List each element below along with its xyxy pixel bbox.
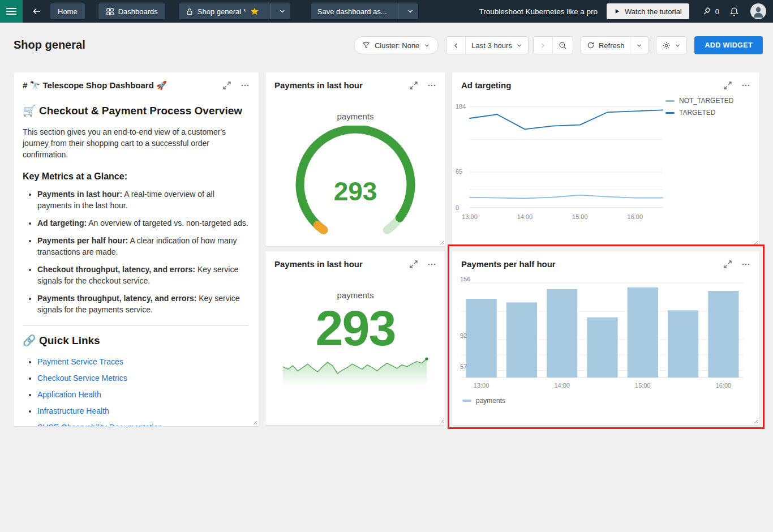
save-dashboard-group: Save dashboard as... — [311, 3, 418, 19]
favorite-star-icon[interactable] — [250, 7, 259, 16]
refresh-label: Refresh — [599, 41, 625, 50]
add-widget-button[interactable]: ADD WIDGET — [694, 36, 763, 54]
home-label: Home — [58, 7, 78, 16]
dashboard-toolbar: Cluster: None Last 3 hours Refresh — [354, 36, 763, 54]
resize-handle[interactable] — [753, 418, 758, 424]
pin-count-badge: 0 — [715, 7, 719, 16]
dashboard-switcher[interactable]: Shop general * — [179, 3, 290, 19]
legend-item[interactable]: payments — [462, 397, 505, 405]
chevron-down-icon — [279, 8, 286, 15]
payments-sparkline — [265, 354, 445, 387]
svg-text:14:00: 14:00 — [554, 382, 570, 389]
widget-title: # 🔭 Telescope Shop Dashboard 🚀 — [23, 80, 222, 91]
resize-handle[interactable] — [439, 418, 444, 424]
quick-link[interactable]: Payment Service Traces — [37, 357, 123, 366]
top-navbar: Home Dashboards Shop general * Save dash… — [0, 0, 773, 23]
promo-text: Troubleshoot Kubernetes like a pro — [479, 7, 598, 16]
expand-widget-icon[interactable] — [723, 81, 732, 90]
notifications-button[interactable] — [725, 3, 744, 19]
widget-menu-icon[interactable] — [741, 81, 750, 90]
home-button[interactable]: Home — [50, 3, 85, 19]
dashboard-name: Shop general * — [197, 7, 246, 16]
refresh-button[interactable]: Refresh — [581, 37, 630, 54]
expand-widget-icon[interactable] — [409, 81, 418, 90]
expand-widget-icon[interactable] — [409, 260, 418, 269]
quick-links-heading: 🔗 Quick Links — [23, 334, 248, 347]
payments-gauge-chart: 293 — [265, 126, 445, 240]
zoom-out-icon — [559, 41, 567, 50]
resize-handle[interactable] — [753, 239, 758, 245]
dashboards-button[interactable]: Dashboards — [98, 3, 165, 19]
refresh-group: Refresh — [581, 36, 649, 54]
dashboards-grid-icon — [106, 7, 114, 16]
legend-item[interactable]: TARGETED — [665, 109, 744, 117]
svg-text:16:00: 16:00 — [716, 382, 732, 389]
legend-item[interactable]: NOT_TARGETED — [665, 97, 744, 105]
chevron-down-icon — [424, 42, 430, 49]
markdown-heading: 🛒 Checkout & Payment Process Overview — [23, 104, 248, 117]
quick-link-item: SUSE Observability Documentation — [37, 422, 248, 426]
resize-handle[interactable] — [439, 239, 444, 245]
svg-text:293: 293 — [334, 177, 377, 206]
gear-icon — [662, 41, 671, 50]
save-dashboard-label: Save dashboard as... — [317, 7, 387, 16]
widget-menu-icon[interactable] — [427, 81, 436, 90]
quick-links-list: Payment Service TracesCheckout Service M… — [23, 356, 248, 426]
watch-tutorial-button[interactable]: Watch the tutorial — [607, 3, 689, 19]
resize-handle[interactable] — [252, 419, 257, 425]
svg-text:184: 184 — [456, 103, 466, 110]
time-back-button[interactable] — [446, 37, 465, 54]
quick-link[interactable]: Checkout Service Metrics — [37, 374, 127, 383]
svg-text:156: 156 — [460, 276, 470, 282]
divider — [23, 325, 248, 326]
chevron-down-icon — [407, 8, 414, 15]
svg-text:15:00: 15:00 — [572, 213, 588, 220]
widget-menu-icon[interactable] — [741, 260, 750, 269]
watch-tutorial-label: Watch the tutorial — [625, 7, 682, 16]
person-icon — [750, 3, 766, 19]
quick-link[interactable]: Infrastructure Health — [37, 406, 109, 415]
save-dashboard-chevron[interactable] — [402, 3, 418, 19]
widget-title: Payments in last hour — [274, 80, 409, 90]
save-dashboard-button[interactable]: Save dashboard as... — [311, 3, 394, 19]
dashboard-switcher-chevron[interactable] — [274, 3, 290, 19]
quick-link-item: Checkout Service Metrics — [37, 372, 248, 384]
chevron-down-icon — [516, 42, 522, 49]
widget-menu-icon[interactable] — [427, 260, 436, 269]
metrics-list: Payments in last hour: A real-time overv… — [23, 188, 248, 315]
expand-widget-icon[interactable] — [222, 81, 231, 90]
widget-ad-targeting: Ad targeting 06518413:0014:0015:0016:00 … — [452, 72, 759, 246]
bell-icon — [729, 7, 739, 16]
svg-text:57: 57 — [460, 363, 467, 370]
time-range-button[interactable]: Last 3 hours — [465, 37, 528, 54]
quick-link-item: Infrastructure Health — [37, 405, 248, 417]
quick-link-item: Application Health — [37, 389, 248, 400]
svg-text:15:00: 15:00 — [635, 382, 651, 389]
widget-menu-icon[interactable] — [241, 81, 250, 90]
cluster-filter-button[interactable]: Cluster: None — [354, 36, 439, 54]
pin-icon — [702, 7, 711, 16]
page-title: Shop general — [14, 38, 85, 52]
metric-bullet: Ad targeting: An overview of targeted vs… — [37, 217, 248, 229]
svg-text:13:00: 13:00 — [462, 213, 478, 220]
user-avatar[interactable] — [750, 3, 766, 19]
quick-link[interactable]: SUSE Observability Documentation — [37, 423, 162, 426]
legend-label: payments — [476, 397, 505, 405]
pinned-views-button[interactable]: 0 — [702, 7, 719, 16]
time-forward-button[interactable] — [534, 37, 552, 54]
legend-marker — [665, 112, 675, 114]
zoom-out-button[interactable] — [552, 37, 573, 54]
svg-text:14:00: 14:00 — [517, 213, 533, 220]
back-button[interactable] — [27, 3, 46, 19]
expand-widget-icon[interactable] — [723, 260, 732, 269]
quick-link[interactable]: Application Health — [37, 390, 101, 399]
menu-button[interactable] — [0, 0, 23, 23]
svg-text:13:00: 13:00 — [474, 382, 489, 389]
dashboard-settings-button[interactable] — [656, 37, 686, 54]
refresh-interval-chevron[interactable] — [630, 37, 648, 54]
legend-label: TARGETED — [679, 109, 715, 117]
widget-payments-number: Payments in last hour payments 293 — [265, 251, 445, 425]
settings-group — [656, 36, 687, 54]
payments-bar-chart: 579215613:0014:0015:0016:00 — [452, 269, 759, 393]
widget-title: Payments per half hour — [461, 259, 723, 269]
